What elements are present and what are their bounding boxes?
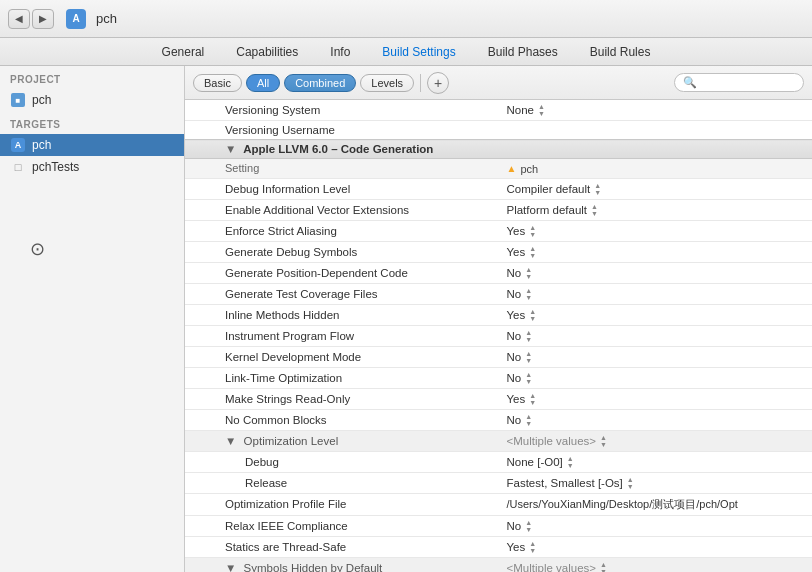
table-row: Versioning Username [185,121,812,140]
stepper-control[interactable]: ▲▼ [529,392,536,406]
sidebar-empty-area: ⊙ [0,178,184,572]
stepper-control[interactable]: ▲▼ [529,224,536,238]
settings-table: Versioning System None ▲▼ Versioning Use… [185,100,812,572]
target-pch-icon: A [10,137,26,153]
table-row: Generate Test Coverage Files No ▲▼ [185,283,812,304]
stepper-control[interactable]: ▲▼ [525,287,532,301]
table-row: Inline Methods Hidden Yes ▲▼ [185,304,812,325]
setting-label: Make Strings Read-Only [185,388,499,409]
back-button[interactable]: ◀ [8,9,30,29]
setting-label: Generate Debug Symbols [185,241,499,262]
search-input[interactable] [701,77,795,89]
table-row: Enforce Strict Aliasing Yes ▲▼ [185,220,812,241]
setting-value: Fastest, Smallest [-Os] ▲▼ [499,472,813,493]
col-setting-header: Setting [185,159,499,179]
stepper-control[interactable]: ▲▼ [525,329,532,343]
stepper-control[interactable]: ▲▼ [567,455,574,469]
stepper-control[interactable]: ▲▼ [600,561,607,573]
sidebar-item-pch[interactable]: A pch [0,134,184,156]
stepper-control[interactable]: ▲▼ [538,103,545,117]
tab-build-settings[interactable]: Build Settings [366,42,471,62]
setting-value: No ▲▼ [499,346,813,367]
filter-basic-button[interactable]: Basic [193,74,242,92]
setting-label: Optimization Profile File [185,493,499,515]
section-header-row: ▼ Apple LLVM 6.0 – Code Generation [185,140,812,159]
stepper-control[interactable]: ▲▼ [529,308,536,322]
setting-value: No ▲▼ [499,515,813,536]
filter-all-button[interactable]: All [246,74,280,92]
col-header-row: Setting ▲ pch [185,159,812,179]
stepper-control[interactable]: ▲▼ [525,519,532,533]
filter-add-button[interactable]: + [427,72,449,94]
table-row: Generate Position-Dependent Code No ▲▼ [185,262,812,283]
table-row: Make Strings Read-Only Yes ▲▼ [185,388,812,409]
pch-col-icon: ▲ [507,163,517,174]
setting-value: /Users/YouXianMing/Desktop/测试项目/pch/Opt [499,493,813,515]
stepper-control[interactable]: ▲▼ [525,350,532,364]
search-box[interactable]: 🔍 [674,73,804,92]
table-row: Statics are Thread-Safe Yes ▲▼ [185,536,812,557]
stepper-control[interactable]: ▲▼ [529,245,536,259]
table-row: Versioning System None ▲▼ [185,100,812,121]
section-header: ▼ Apple LLVM 6.0 – Code Generation [185,140,812,159]
search-icon: 🔍 [683,76,697,89]
table-row: Link-Time Optimization No ▲▼ [185,367,812,388]
table-row: No Common Blocks No ▲▼ [185,409,812,430]
tab-info[interactable]: Info [314,42,366,62]
setting-value: Platform default ▲▼ [499,199,813,220]
setting-value: None ▲▼ [499,100,813,121]
setting-value: Yes ▲▼ [499,388,813,409]
value-stepper: None ▲▼ [507,103,805,117]
tab-capabilities[interactable]: Capabilities [220,42,314,62]
sub-collapse-triangle[interactable]: ▼ [225,435,236,447]
setting-label: Debug Information Level [185,178,499,199]
collapse-triangle[interactable]: ▼ [225,143,236,155]
stepper-control[interactable]: ▲▼ [600,434,607,448]
setting-label: Link-Time Optimization [185,367,499,388]
stepper-control[interactable]: ▲▼ [529,540,536,554]
setting-label: Versioning Username [185,121,499,140]
tab-general[interactable]: General [146,42,221,62]
setting-value: Yes ▲▼ [499,241,813,262]
tab-build-rules[interactable]: Build Rules [574,42,667,62]
stepper-control[interactable]: ▲▼ [525,266,532,280]
targets-section-header: TARGETS [0,111,184,134]
setting-value: Yes ▲▼ [499,304,813,325]
sub-section-value: <Multiple values> ▲▼ [499,557,813,572]
setting-label: Instrument Program Flow [185,325,499,346]
setting-label: Release [185,472,499,493]
target-pchtests-icon: □ [10,159,26,175]
filter-combined-button[interactable]: Combined [284,74,356,92]
filter-levels-button[interactable]: Levels [360,74,414,92]
filter-bar: Basic All Combined Levels + 🔍 [185,66,812,100]
sidebar-pch-label: pch [32,138,51,152]
project-file-icon: ■ [10,92,26,108]
stepper-control[interactable]: ▲▼ [627,476,634,490]
forward-button[interactable]: ▶ [32,9,54,29]
setting-label: Generate Test Coverage Files [185,283,499,304]
sidebar-item-pchtests[interactable]: □ pchTests [0,156,184,178]
stepper-control[interactable]: ▲▼ [591,203,598,217]
project-name: pch [96,11,117,26]
nav-tabs: General Capabilities Info Build Settings… [0,38,812,66]
table-row: Kernel Development Mode No ▲▼ [185,346,812,367]
sidebar-project-label: pch [32,93,51,107]
sub-section-header-row: ▼ Optimization Level <Multiple values> ▲… [185,430,812,451]
sidebar-pchtests-label: pchTests [32,160,79,174]
tab-build-phases[interactable]: Build Phases [472,42,574,62]
main-content: PROJECT ■ pch TARGETS A pch □ pchTests [0,66,812,572]
sub-collapse-triangle2[interactable]: ▼ [225,562,236,573]
setting-label: Enforce Strict Aliasing [185,220,499,241]
setting-value [499,121,813,140]
setting-label: Debug [185,451,499,472]
table-row: Relax IEEE Compliance No ▲▼ [185,515,812,536]
setting-value: No ▲▼ [499,283,813,304]
table-row: Debug None [-O0] ▲▼ [185,451,812,472]
stepper-control[interactable]: ▲▼ [594,182,601,196]
setting-label: No Common Blocks [185,409,499,430]
sidebar-item-project[interactable]: ■ pch [0,89,184,111]
stepper-control[interactable]: ▲▼ [525,413,532,427]
setting-label: Enable Additional Vector Extensions [185,199,499,220]
stepper-control[interactable]: ▲▼ [525,371,532,385]
project-section-header: PROJECT [0,66,184,89]
